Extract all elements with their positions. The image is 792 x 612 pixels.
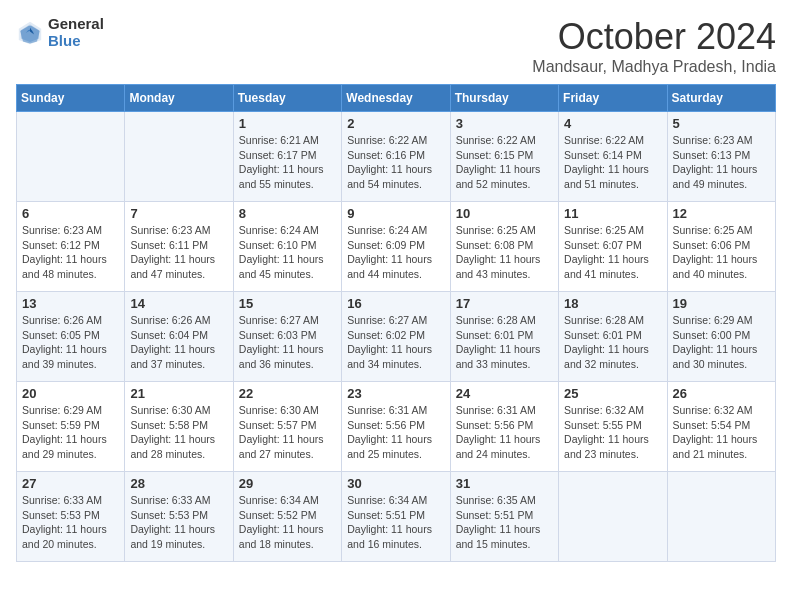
calendar-week-1: 1Sunrise: 6:21 AMSunset: 6:17 PMDaylight… [17, 112, 776, 202]
calendar-cell: 31Sunrise: 6:35 AMSunset: 5:51 PMDayligh… [450, 472, 558, 562]
day-number: 24 [456, 386, 553, 401]
calendar-cell: 18Sunrise: 6:28 AMSunset: 6:01 PMDayligh… [559, 292, 667, 382]
calendar-cell: 6Sunrise: 6:23 AMSunset: 6:12 PMDaylight… [17, 202, 125, 292]
day-number: 2 [347, 116, 444, 131]
weekday-header-saturday: Saturday [667, 85, 775, 112]
day-info: Sunrise: 6:28 AMSunset: 6:01 PMDaylight:… [456, 313, 553, 372]
day-number: 19 [673, 296, 770, 311]
day-info: Sunrise: 6:27 AMSunset: 6:03 PMDaylight:… [239, 313, 336, 372]
calendar-week-2: 6Sunrise: 6:23 AMSunset: 6:12 PMDaylight… [17, 202, 776, 292]
day-number: 4 [564, 116, 661, 131]
calendar-cell: 8Sunrise: 6:24 AMSunset: 6:10 PMDaylight… [233, 202, 341, 292]
calendar-cell [125, 112, 233, 202]
calendar-week-4: 20Sunrise: 6:29 AMSunset: 5:59 PMDayligh… [17, 382, 776, 472]
calendar-cell: 11Sunrise: 6:25 AMSunset: 6:07 PMDayligh… [559, 202, 667, 292]
weekday-header-wednesday: Wednesday [342, 85, 450, 112]
day-info: Sunrise: 6:23 AMSunset: 6:13 PMDaylight:… [673, 133, 770, 192]
day-number: 22 [239, 386, 336, 401]
day-number: 26 [673, 386, 770, 401]
calendar-cell: 21Sunrise: 6:30 AMSunset: 5:58 PMDayligh… [125, 382, 233, 472]
calendar-cell: 27Sunrise: 6:33 AMSunset: 5:53 PMDayligh… [17, 472, 125, 562]
calendar-table: SundayMondayTuesdayWednesdayThursdayFrid… [16, 84, 776, 562]
calendar-cell: 17Sunrise: 6:28 AMSunset: 6:01 PMDayligh… [450, 292, 558, 382]
calendar-cell: 12Sunrise: 6:25 AMSunset: 6:06 PMDayligh… [667, 202, 775, 292]
calendar-cell: 13Sunrise: 6:26 AMSunset: 6:05 PMDayligh… [17, 292, 125, 382]
calendar-cell: 30Sunrise: 6:34 AMSunset: 5:51 PMDayligh… [342, 472, 450, 562]
calendar-cell: 7Sunrise: 6:23 AMSunset: 6:11 PMDaylight… [125, 202, 233, 292]
day-number: 23 [347, 386, 444, 401]
day-number: 12 [673, 206, 770, 221]
day-number: 21 [130, 386, 227, 401]
logo: General Blue [16, 16, 104, 49]
day-info: Sunrise: 6:26 AMSunset: 6:04 PMDaylight:… [130, 313, 227, 372]
calendar-week-5: 27Sunrise: 6:33 AMSunset: 5:53 PMDayligh… [17, 472, 776, 562]
calendar-cell: 20Sunrise: 6:29 AMSunset: 5:59 PMDayligh… [17, 382, 125, 472]
calendar-cell: 4Sunrise: 6:22 AMSunset: 6:14 PMDaylight… [559, 112, 667, 202]
day-info: Sunrise: 6:30 AMSunset: 5:58 PMDaylight:… [130, 403, 227, 462]
logo-blue-text: Blue [48, 33, 104, 50]
day-info: Sunrise: 6:24 AMSunset: 6:10 PMDaylight:… [239, 223, 336, 282]
page-header: General Blue October 2024 Mandsaur, Madh… [16, 16, 776, 76]
weekday-header-monday: Monday [125, 85, 233, 112]
day-info: Sunrise: 6:29 AMSunset: 5:59 PMDaylight:… [22, 403, 119, 462]
day-number: 1 [239, 116, 336, 131]
day-number: 6 [22, 206, 119, 221]
weekday-header-thursday: Thursday [450, 85, 558, 112]
day-info: Sunrise: 6:22 AMSunset: 6:15 PMDaylight:… [456, 133, 553, 192]
day-info: Sunrise: 6:28 AMSunset: 6:01 PMDaylight:… [564, 313, 661, 372]
day-number: 10 [456, 206, 553, 221]
calendar-header: SundayMondayTuesdayWednesdayThursdayFrid… [17, 85, 776, 112]
day-number: 18 [564, 296, 661, 311]
day-info: Sunrise: 6:34 AMSunset: 5:52 PMDaylight:… [239, 493, 336, 552]
calendar-cell: 24Sunrise: 6:31 AMSunset: 5:56 PMDayligh… [450, 382, 558, 472]
day-info: Sunrise: 6:27 AMSunset: 6:02 PMDaylight:… [347, 313, 444, 372]
weekday-header-sunday: Sunday [17, 85, 125, 112]
day-number: 17 [456, 296, 553, 311]
calendar-cell: 10Sunrise: 6:25 AMSunset: 6:08 PMDayligh… [450, 202, 558, 292]
day-info: Sunrise: 6:26 AMSunset: 6:05 PMDaylight:… [22, 313, 119, 372]
day-number: 25 [564, 386, 661, 401]
day-info: Sunrise: 6:29 AMSunset: 6:00 PMDaylight:… [673, 313, 770, 372]
day-number: 29 [239, 476, 336, 491]
logo-text: General Blue [48, 16, 104, 49]
day-number: 11 [564, 206, 661, 221]
day-number: 31 [456, 476, 553, 491]
calendar-cell: 16Sunrise: 6:27 AMSunset: 6:02 PMDayligh… [342, 292, 450, 382]
day-info: Sunrise: 6:21 AMSunset: 6:17 PMDaylight:… [239, 133, 336, 192]
day-number: 16 [347, 296, 444, 311]
calendar-cell [559, 472, 667, 562]
day-number: 8 [239, 206, 336, 221]
calendar-cell: 5Sunrise: 6:23 AMSunset: 6:13 PMDaylight… [667, 112, 775, 202]
calendar-cell: 15Sunrise: 6:27 AMSunset: 6:03 PMDayligh… [233, 292, 341, 382]
day-info: Sunrise: 6:34 AMSunset: 5:51 PMDaylight:… [347, 493, 444, 552]
calendar-cell: 22Sunrise: 6:30 AMSunset: 5:57 PMDayligh… [233, 382, 341, 472]
calendar-cell: 2Sunrise: 6:22 AMSunset: 6:16 PMDaylight… [342, 112, 450, 202]
day-info: Sunrise: 6:25 AMSunset: 6:08 PMDaylight:… [456, 223, 553, 282]
day-number: 3 [456, 116, 553, 131]
calendar-cell: 25Sunrise: 6:32 AMSunset: 5:55 PMDayligh… [559, 382, 667, 472]
day-info: Sunrise: 6:33 AMSunset: 5:53 PMDaylight:… [130, 493, 227, 552]
day-info: Sunrise: 6:22 AMSunset: 6:14 PMDaylight:… [564, 133, 661, 192]
calendar-cell: 3Sunrise: 6:22 AMSunset: 6:15 PMDaylight… [450, 112, 558, 202]
month-title: October 2024 [532, 16, 776, 58]
weekday-header-friday: Friday [559, 85, 667, 112]
day-info: Sunrise: 6:31 AMSunset: 5:56 PMDaylight:… [347, 403, 444, 462]
day-info: Sunrise: 6:22 AMSunset: 6:16 PMDaylight:… [347, 133, 444, 192]
day-number: 28 [130, 476, 227, 491]
day-info: Sunrise: 6:25 AMSunset: 6:07 PMDaylight:… [564, 223, 661, 282]
day-number: 20 [22, 386, 119, 401]
day-info: Sunrise: 6:24 AMSunset: 6:09 PMDaylight:… [347, 223, 444, 282]
calendar-week-3: 13Sunrise: 6:26 AMSunset: 6:05 PMDayligh… [17, 292, 776, 382]
calendar-body: 1Sunrise: 6:21 AMSunset: 6:17 PMDaylight… [17, 112, 776, 562]
logo-icon [16, 19, 44, 47]
day-number: 15 [239, 296, 336, 311]
day-number: 13 [22, 296, 119, 311]
calendar-cell: 23Sunrise: 6:31 AMSunset: 5:56 PMDayligh… [342, 382, 450, 472]
day-info: Sunrise: 6:32 AMSunset: 5:55 PMDaylight:… [564, 403, 661, 462]
day-info: Sunrise: 6:32 AMSunset: 5:54 PMDaylight:… [673, 403, 770, 462]
day-info: Sunrise: 6:33 AMSunset: 5:53 PMDaylight:… [22, 493, 119, 552]
day-number: 9 [347, 206, 444, 221]
day-number: 5 [673, 116, 770, 131]
day-number: 30 [347, 476, 444, 491]
logo-general-text: General [48, 16, 104, 33]
